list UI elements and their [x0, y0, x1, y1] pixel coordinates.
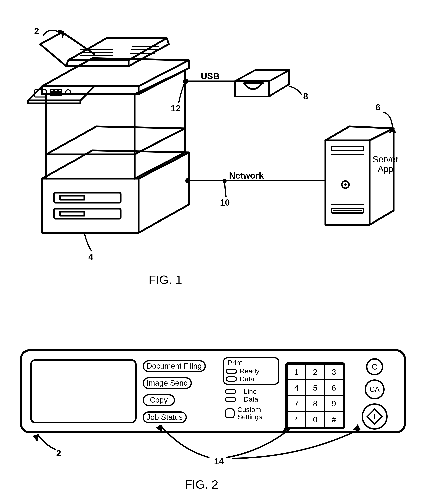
- callout-8: 8: [303, 91, 308, 101]
- fig2-callouts: [0, 349, 426, 469]
- server-label: Server App: [373, 154, 399, 174]
- callout-2: 2: [34, 26, 39, 36]
- svg-point-27: [223, 180, 226, 182]
- svg-rect-0: [54, 193, 121, 203]
- fig2-title: FIG. 2: [185, 477, 218, 491]
- network-label: Network: [229, 171, 264, 180]
- svg-rect-6: [58, 89, 61, 92]
- callout-10: 10: [220, 198, 230, 208]
- svg-rect-4: [50, 89, 53, 92]
- svg-rect-1: [60, 196, 84, 200]
- svg-point-23: [344, 183, 347, 186]
- svg-point-28: [183, 80, 186, 83]
- svg-rect-20: [331, 146, 363, 151]
- svg-rect-2: [54, 209, 121, 219]
- callout-4: 4: [88, 252, 93, 262]
- callout-14: 14: [214, 456, 224, 466]
- fig1-drawing: [0, 0, 426, 321]
- callout-12: 12: [171, 103, 181, 113]
- usb-label: USB: [201, 71, 220, 81]
- callout-6: 6: [376, 102, 380, 112]
- callout-panel-2: 2: [56, 449, 61, 458]
- fig1-title: FIG. 1: [149, 273, 182, 287]
- svg-rect-5: [54, 89, 57, 92]
- svg-rect-3: [60, 212, 84, 216]
